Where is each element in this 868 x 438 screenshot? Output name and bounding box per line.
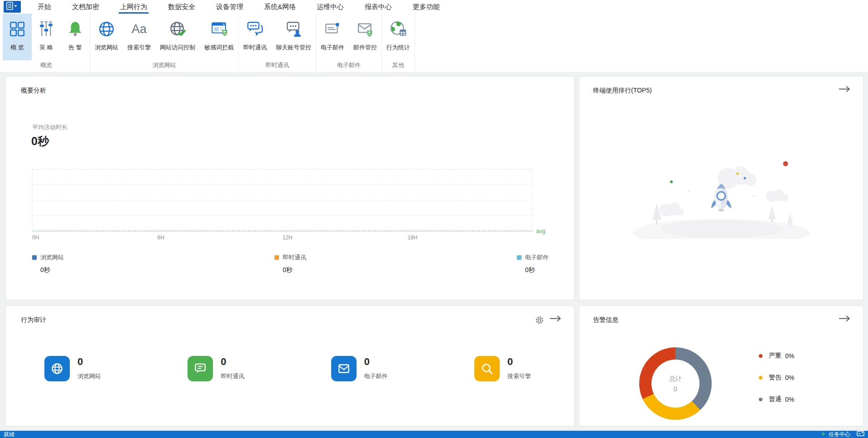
ribbon: 概 览 策 略 告 警 概览 浏览网站 [0,14,868,73]
app-menu-button[interactable] [4,1,21,13]
summary-panel: 概要分析 平均活动时长 0秒 avg 0H 6H 12H 18H 浏览网站 0秒… [5,76,574,300]
menu-item-report-center[interactable]: 报表中心 [354,0,402,14]
ribbon-group-email: 电子邮件 邮件管控 电子邮件 [316,14,382,72]
menu-item-start[interactable]: 开始 [27,0,62,14]
alert-legend-warning[interactable]: 警告 0% [759,373,794,382]
ribbon-item-mail-control[interactable]: 邮件管控 [349,14,381,60]
menu-item-device-mgmt[interactable]: 设备管理 [206,0,254,14]
legend-label: 普通 [769,395,781,404]
chart-legend: 浏览网站 0秒 即时通讯 0秒 电子邮件 0秒 [32,253,549,274]
ribbon-group-im: 即时通讯 聊天账号管控 即时通讯 [239,14,316,72]
legend-percent: 0% [785,396,794,403]
browser-shield-icon [211,18,228,40]
ribbon-item-behavior-stats[interactable]: 行为统计 [382,14,415,60]
ribbon-item-label: 策 略 [39,44,53,52]
audit-count: 0 [364,357,388,367]
top5-panel: 终端使用排行(TOP5) [579,76,863,300]
legend-percent: 0% [785,352,794,360]
ribbon-item-label: 告 警 [68,44,82,52]
alert-legend-critical[interactable]: 严重 0% [759,351,794,360]
alerts-panel-title: 告警信息 [593,316,618,324]
ribbon-item-policy[interactable]: 策 略 [32,14,61,60]
ribbon-item-email[interactable]: 电子邮件 [316,14,349,60]
gridline [33,200,532,200]
legend-dot [759,354,762,358]
gridline [33,215,532,216]
dashboard-content: 概要分析 平均活动时长 0秒 avg 0H 6H 12H 18H 浏览网站 0秒… [0,73,868,431]
activity-line-chart: avg [32,169,533,230]
legend-label: 即时通讯 [283,253,306,262]
ribbon-group-label: 概览 [3,60,90,72]
menu-item-web-behavior[interactable]: 上网行为 [110,0,158,14]
gridline [33,185,532,185]
audit-settings-gear-icon[interactable] [535,316,544,326]
audit-count: 0 [507,357,531,367]
audit-count: 0 [221,357,244,367]
ribbon-item-chat-account[interactable]: 聊天账号管控 [271,14,316,60]
ribbon-item-sensitive-word[interactable]: 敏感词拦截 [200,14,238,60]
ribbon-group-label: 即时通讯 [239,60,316,72]
x-axis-ticks: 0H 6H 12H 18H [32,234,533,242]
donut-center-label: 总计 [669,375,682,383]
audit-label: 浏览网站 [77,372,101,380]
envelope-icon [324,18,341,40]
menubar: 开始 文档加密 上网行为 数据安全 设备管理 系统&网络 运维中心 报表中心 更… [0,0,868,14]
avg-reference-line [33,231,532,231]
ribbon-item-label: 聊天账号管控 [276,44,311,52]
ribbon-item-overview[interactable]: 概 览 [3,14,32,60]
avg-activity-value: 0秒 [31,134,49,149]
font-Aa-icon: Aa [129,18,149,40]
audit-item-browse[interactable]: 0 浏览网站 [44,356,117,381]
mail-icon [331,356,357,381]
menu-item-doc-encrypt[interactable]: 文档加密 [62,0,110,14]
menu-item-data-security[interactable]: 数据安全 [158,0,206,14]
empty-state-illustration [631,157,812,241]
audit-label: 电子邮件 [364,372,388,380]
status-ready-text: 就绪 [4,431,14,438]
ribbon-item-alert[interactable]: 告 警 [61,14,90,60]
ribbon-group-browse: 浏览网站 Aa 搜索引擎 网站访问控制 敏感词拦截 浏览网站 [90,14,239,72]
main-menu: 开始 文档加密 上网行为 数据安全 设备管理 系统&网络 运维中心 报表中心 更… [27,0,450,14]
ribbon-item-search-engine[interactable]: Aa 搜索引擎 [123,14,155,60]
legend-item-im[interactable]: 即时通讯 0秒 [275,253,306,274]
summary-panel-title: 概要分析 [21,87,46,95]
menu-item-more[interactable]: 更多功能 [402,0,450,14]
ribbon-item-label: 网站访问控制 [160,44,195,52]
globe-table-icon [390,18,407,40]
audit-item-search[interactable]: 0 搜索引擎 [474,356,547,381]
ribbon-item-label: 即时通讯 [243,44,267,52]
ribbon-item-label: 邮件管控 [353,44,377,52]
task-center-button[interactable]: 任务中心 [829,431,850,438]
x-tick: 6H [157,234,164,241]
top5-panel-title: 终端使用排行(TOP5) [593,87,652,95]
overview-grid-icon [9,18,26,40]
alerts-panel: 告警信息 总计 0 严重 0% 警告 0% 普通 0% [579,306,863,426]
menu-item-ops-center[interactable]: 运维中心 [306,0,354,14]
legend-item-email[interactable]: 电子邮件 0秒 [517,253,549,274]
audit-label: 即时通讯 [221,372,244,380]
alert-legend-normal[interactable]: 普通 0% [759,395,794,404]
ribbon-item-label: 电子邮件 [321,44,344,52]
ribbon-item-im[interactable]: 即时通讯 [239,14,271,60]
legend-item-browse[interactable]: 浏览网站 0秒 [32,253,64,274]
agent-monitor-icon[interactable] [857,431,864,438]
ribbon-item-label: 搜索引擎 [127,44,151,52]
menu-item-system-network[interactable]: 系统&网络 [254,0,306,14]
ribbon-item-browse-web[interactable]: 浏览网站 [90,14,123,60]
alert-bell-icon [67,18,84,40]
audit-panel-title: 行为审计 [21,316,46,324]
alerts-goto-arrow-icon[interactable] [839,315,850,324]
legend-swatch [32,255,37,260]
x-tick: 0H [32,234,39,241]
svg-text:Aa: Aa [131,22,147,36]
ribbon-item-site-access-control[interactable]: 网站访问控制 [155,14,200,60]
globe-check-icon [169,18,186,40]
globe-icon [98,18,115,40]
audit-item-im[interactable]: 0 即时通讯 [188,356,260,381]
legend-label: 严重 [769,352,781,360]
top5-goto-arrow-icon[interactable] [839,86,850,94]
ribbon-group-label: 浏览网站 [90,60,238,72]
audit-item-email[interactable]: 0 电子邮件 [331,356,404,381]
audit-goto-arrow-icon[interactable] [550,315,561,324]
envelope-shield-icon [357,18,374,40]
